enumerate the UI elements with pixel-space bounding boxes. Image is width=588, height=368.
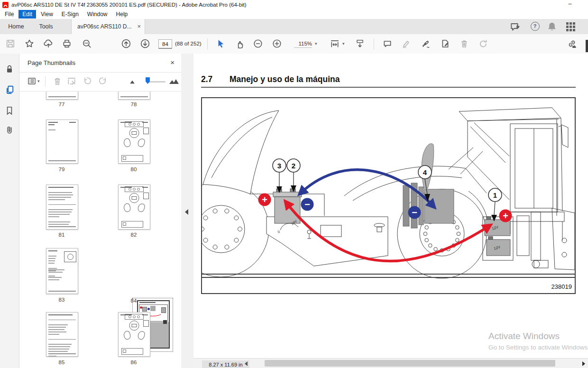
thumbnail-label-83[interactable]: 83	[46, 297, 77, 303]
reduce-thumbnails-icon[interactable]	[129, 76, 139, 86]
fill-and-sign-icon[interactable]	[441, 39, 451, 49]
thumbnail-page-77[interactable]	[46, 92, 78, 100]
collapse-panel-icon[interactable]	[185, 209, 188, 215]
thumbnail-label-86[interactable]: 86	[118, 359, 149, 365]
thumbnail-size-slider-thumb[interactable]	[146, 77, 150, 84]
machine-diagram: 0 24V 12V 12V + − − +	[202, 98, 575, 293]
scroll-left-icon[interactable]	[245, 361, 248, 366]
thumbnail-page-86[interactable]	[118, 312, 150, 357]
select-tool-icon[interactable]	[216, 39, 226, 49]
star-favorite-icon[interactable]	[25, 39, 35, 49]
page-count-label: (88 of 252)	[175, 41, 202, 46]
document-horizontal-scrollbar[interactable]: 8.27 x 11.69 in	[193, 358, 588, 368]
next-page-icon[interactable]	[140, 39, 151, 49]
tab-document[interactable]: avP06sc ARS110 D... ×	[71, 19, 145, 35]
panel-header: Page Thumbnails ×	[19, 54, 181, 73]
zoom-out-icon[interactable]	[253, 39, 264, 49]
zoom-level-value[interactable]: 115%	[294, 41, 312, 48]
save-icon[interactable]	[6, 39, 16, 49]
enlarge-thumbnails-icon[interactable]	[169, 76, 179, 86]
thumbnail-label-78[interactable]: 78	[118, 101, 149, 107]
thumbnail-label-79[interactable]: 79	[46, 166, 77, 172]
panel-toolbar: ▾	[19, 72, 181, 92]
notifications-bell-icon[interactable]	[546, 21, 558, 32]
callout-2: 2	[292, 162, 295, 170]
window-title: avP06sc ARS110 DE St IV T4f 2363055 2001…	[11, 2, 247, 8]
attachments-panel-icon[interactable]	[5, 125, 14, 134]
tab-close-icon[interactable]: ×	[137, 19, 141, 34]
thumbnail-label-81[interactable]: 81	[46, 232, 77, 238]
thumbnail-page-83[interactable]	[46, 248, 78, 294]
thumbnail-label-84[interactable]: 84	[118, 298, 149, 304]
menu-bar: File Edit View E-Sign Window Help	[0, 9, 588, 19]
menu-esign[interactable]: E-Sign	[58, 10, 83, 18]
page-number-input[interactable]	[158, 39, 172, 49]
share-cloud-upload-icon[interactable]	[44, 39, 54, 49]
menu-view[interactable]: View	[37, 10, 57, 18]
share-link-icon[interactable]	[567, 39, 578, 49]
menu-edit[interactable]: Edit	[18, 10, 36, 18]
tab-tools[interactable]: Tools	[32, 19, 60, 34]
thumbnail-options-caret-icon[interactable]: ▾	[37, 79, 40, 83]
menu-help[interactable]: Help	[112, 10, 132, 18]
rotate-counterclockwise-icon[interactable]	[83, 76, 92, 86]
figure-number: 238019	[551, 283, 572, 290]
callout-1: 1	[493, 191, 497, 199]
zoom-in-icon[interactable]	[272, 39, 283, 49]
hand-tool-icon[interactable]	[235, 39, 246, 49]
thumbnail-page-81[interactable]	[46, 184, 78, 230]
minimize-button[interactable]: –	[565, 0, 575, 9]
visible-area-handle[interactable]	[163, 320, 167, 324]
thumbnail-label-82[interactable]: 82	[118, 232, 149, 238]
feedback-icon[interactable]	[510, 21, 521, 32]
help-icon[interactable]: ?	[529, 21, 541, 32]
print-icon[interactable]	[62, 39, 73, 49]
thumbnail-page-82[interactable]	[118, 184, 150, 230]
horizontal-scrollbar-thumb[interactable]	[265, 360, 555, 367]
panel-title: Page Thumbnails	[28, 59, 75, 66]
security-lock-icon[interactable]	[5, 64, 14, 74]
thumbnail-label-85[interactable]: 85	[46, 359, 77, 365]
fit-width-icon[interactable]	[330, 39, 340, 49]
zoom-dropdown-caret-icon[interactable]: ▾	[315, 41, 317, 46]
minus-badge-left-glyph: −	[304, 199, 310, 210]
thumbnail-page-85[interactable]	[46, 312, 78, 357]
menu-file[interactable]: File	[1, 10, 18, 18]
redo-icon[interactable]	[478, 39, 489, 49]
page-thumbnails-panel-icon[interactable]	[5, 85, 14, 94]
highlighter-icon[interactable]	[401, 39, 412, 49]
scroll-right-icon[interactable]	[582, 361, 585, 366]
title-bar: avP06sc ARS110 DE St IV T4f 2363055 2001…	[0, 0, 588, 10]
bookmarks-panel-icon[interactable]	[5, 106, 14, 115]
thumbnail-options-icon[interactable]	[27, 76, 37, 86]
section-number: 2.7	[201, 74, 212, 84]
panel-close-icon[interactable]: ×	[170, 58, 175, 66]
fit-dropdown-caret-icon[interactable]: ▾	[342, 41, 345, 46]
rotate-clockwise-icon[interactable]	[98, 76, 108, 86]
acrobat-window: avP06sc ARS110 DE St IV T4f 2363055 2001…	[0, 0, 588, 368]
figure-frame: 0 24V 12V 12V + − − +	[201, 97, 576, 294]
callout-4: 4	[423, 168, 427, 176]
thumbnail-page-80[interactable]	[118, 120, 150, 164]
app-grid-icon[interactable]	[565, 21, 576, 32]
thumbnail-page-78[interactable]	[118, 92, 150, 100]
page-scrolling-icon[interactable]	[355, 39, 366, 49]
tab-home[interactable]: Home	[0, 19, 32, 34]
plus-badge-right-glyph: +	[503, 211, 508, 221]
heading-rule	[201, 87, 576, 88]
comment-icon[interactable]	[383, 39, 393, 49]
thumbnail-label-80[interactable]: 80	[118, 166, 149, 172]
plus-badge-left-glyph: +	[262, 194, 267, 205]
extract-pages-icon[interactable]	[67, 76, 76, 86]
right-panel-handle[interactable]	[586, 40, 588, 52]
search-icon[interactable]	[82, 39, 92, 49]
thumbnail-page-79[interactable]	[46, 120, 78, 164]
thumbnail-label-77[interactable]: 77	[46, 101, 77, 107]
sign-pen-icon[interactable]	[421, 39, 431, 49]
previous-page-icon[interactable]	[121, 39, 132, 49]
delete-pages-icon[interactable]	[459, 39, 470, 49]
menu-window[interactable]: Window	[83, 10, 111, 18]
page-thumbnails-panel: Page Thumbnails × ▾	[19, 54, 181, 368]
acrobat-pdf-icon	[2, 2, 9, 8]
delete-page-icon[interactable]	[53, 76, 62, 86]
